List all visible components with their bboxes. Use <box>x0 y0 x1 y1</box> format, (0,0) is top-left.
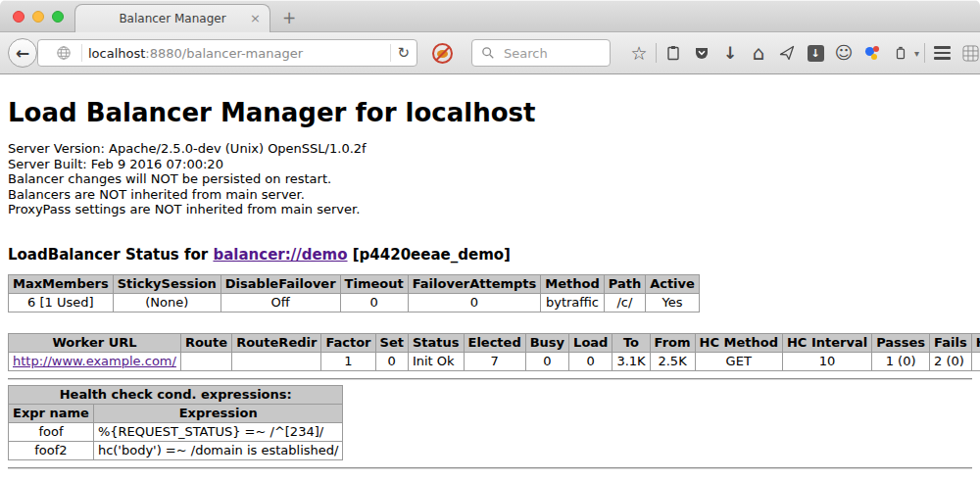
search-bar[interactable] <box>471 39 611 67</box>
search-icon <box>480 41 496 65</box>
proxypass-notice-line: ProxyPass settings are NOT inherited fro… <box>8 202 972 217</box>
balancer-demo-link[interactable]: balancer://demo <box>213 246 347 264</box>
toolbar-separator2 <box>924 43 925 63</box>
cell-failoverattempts: 0 <box>408 293 541 312</box>
loadbalancer-status-heading: LoadBalancer Status for balancer://demo … <box>8 246 972 264</box>
col-header-timeout: Timeout <box>340 274 408 293</box>
back-button[interactable]: ← <box>8 38 37 68</box>
cell-expr-name: foof <box>9 422 94 441</box>
col-header-load: Load <box>569 333 612 352</box>
bookmark-star-icon[interactable]: ☆ <box>627 41 651 65</box>
persist-notice-line: Balancer changes will NOT be persisted o… <box>8 171 972 187</box>
downloads-icon[interactable]: ↓ <box>718 41 742 65</box>
col-header-from: From <box>650 333 695 352</box>
page-title: Load Balancer Manager for localhost <box>8 98 972 127</box>
container-addon-icon[interactable] <box>889 41 912 65</box>
menu-hamburger-icon[interactable] <box>930 41 954 65</box>
colored-dots <box>863 44 881 62</box>
url-bar[interactable]: localhost:8880/balancer-manager ↻ <box>37 39 417 67</box>
col-header-expr-name: Expr name <box>9 404 94 422</box>
grid-addon-icon[interactable] <box>958 41 980 65</box>
col-header-routeredir: RouteRedir <box>232 333 321 352</box>
cell-expr-name: foof2 <box>9 441 94 459</box>
cell-set: 0 <box>375 352 408 370</box>
col-header-route: Route <box>180 333 231 352</box>
col-header-to: To <box>612 333 650 352</box>
cell-expression: %{REQUEST_STATUS} =~ /^[234]/ <box>93 422 343 441</box>
worker-table: Worker URL Route RouteRedir Factor Set S… <box>8 333 980 371</box>
health-check-table: Health check cond. expressions: Expr nam… <box>8 385 343 460</box>
tab-bar: Balancer Manager × + <box>0 0 980 32</box>
cell-from: 2.5K <box>650 352 695 370</box>
send-tab-icon[interactable] <box>775 41 799 65</box>
zoom-window-button[interactable] <box>52 11 64 23</box>
cell-passes: 1 (0) <box>872 352 930 370</box>
col-header-method: Method <box>541 274 604 293</box>
col-header-busy: Busy <box>525 333 568 352</box>
new-tab-button[interactable]: + <box>279 8 299 27</box>
server-version-line: Server Version: Apache/2.5.0-dev (Unix) … <box>8 141 972 157</box>
balancer-params-table: MaxMembers StickySession DisableFailover… <box>8 274 700 313</box>
server-built-line: Server Built: Feb 9 2016 07:00:20 <box>8 157 972 172</box>
col-header-passes: Passes <box>872 333 930 352</box>
cell-factor: 1 <box>321 352 375 370</box>
url-text[interactable]: localhost:8880/balancer-manager <box>88 46 384 61</box>
back-arrow-icon: ← <box>16 45 29 62</box>
inherit-notice-line: Balancers are NOT inherited from main se… <box>8 187 972 203</box>
col-header-elected: Elected <box>464 333 525 352</box>
cell-expression: hc('body') =~ /domain is established/ <box>93 441 343 459</box>
table-title-row: Health check cond. expressions: <box>9 385 343 404</box>
window-controls <box>13 11 64 23</box>
pocket-icon[interactable] <box>690 41 713 65</box>
cell-busy: 0 <box>525 352 568 370</box>
col-header-worker-url: Worker URL <box>9 333 181 352</box>
clipboard-icon[interactable] <box>662 41 685 65</box>
cell-load: 0 <box>569 352 612 370</box>
worker-url-link[interactable]: http://www.example.com/ <box>13 354 176 368</box>
tab-close-icon[interactable]: × <box>250 12 261 24</box>
cell-routeredir <box>232 352 321 370</box>
col-header-expression: Expression <box>93 404 343 422</box>
cell-elected: 7 <box>464 352 525 370</box>
horizontal-rule-bottom <box>8 467 972 469</box>
cell-worker-url: http://www.example.com/ <box>9 352 181 370</box>
minimize-window-button[interactable] <box>32 11 44 23</box>
reload-icon[interactable]: ↻ <box>397 46 410 61</box>
cell-disablefailover: Off <box>220 293 340 312</box>
chevron-down-icon[interactable]: ▾ <box>914 48 919 59</box>
col-header-stickysession: StickySession <box>113 274 220 293</box>
cell-maxmembers: 6 [1 Used] <box>9 293 114 312</box>
close-window-button[interactable] <box>13 11 24 23</box>
home-icon[interactable]: ⌂ <box>747 41 770 65</box>
worker-row: http://www.example.com/ 1 0 Init Ok 7 0 … <box>9 352 980 370</box>
status-suffix: [p4420eeae_demo] <box>348 246 511 264</box>
browser-window: Balancer Manager × + ← localhost:8880/ba… <box>0 0 980 481</box>
cell-stickysession: (None) <box>113 293 220 312</box>
download-addon-arrow: ↓ <box>808 45 824 62</box>
col-header-active: Active <box>646 274 700 293</box>
colored-dots-addon-icon[interactable] <box>860 41 884 65</box>
navigation-toolbar: ← localhost:8880/balancer-manager ↻ ☆ <box>0 32 980 74</box>
search-input[interactable] <box>502 45 602 62</box>
content-blocked-icon[interactable] <box>432 43 453 64</box>
col-header-failoverattempts: FailoverAttempts <box>408 274 541 293</box>
status-prefix: LoadBalancer Status for <box>8 246 213 264</box>
cell-path: /c/ <box>604 293 645 312</box>
download-addon-icon[interactable]: ↓ <box>804 41 827 65</box>
hamburger-bars <box>934 46 951 60</box>
cell-fails: 2 (0) <box>930 352 972 370</box>
urlbar-separator <box>81 44 82 62</box>
tab-balancer-manager[interactable]: Balancer Manager × <box>74 4 270 32</box>
col-header-hc-interval: HC Interval <box>782 333 871 352</box>
table-header-row: MaxMembers StickySession DisableFailover… <box>9 274 700 293</box>
col-header-path: Path <box>604 274 645 293</box>
table-row: 6 [1 Used] (None) Off 0 0 bytraffic /c/ … <box>9 293 700 312</box>
col-header-hc-method: HC Method <box>695 333 782 352</box>
smiley-addon-icon[interactable]: ☺ <box>832 41 856 65</box>
cell-hc-uri <box>971 352 980 370</box>
col-header-fails: Fails <box>930 333 972 352</box>
toolbar-separator <box>656 43 657 63</box>
cell-route <box>180 352 231 370</box>
page-content: Load Balancer Manager for localhost Serv… <box>0 98 980 469</box>
cell-method: bytraffic <box>541 293 604 312</box>
